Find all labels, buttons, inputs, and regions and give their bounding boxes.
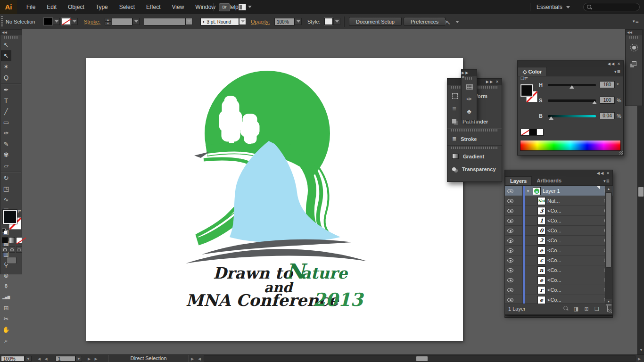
pen-tool[interactable]: ✒ [1, 84, 11, 95]
visibility-eye-icon[interactable] [505, 196, 516, 206]
visibility-eye-icon[interactable] [505, 226, 516, 236]
visibility-eye-icon[interactable] [505, 186, 516, 196]
menu-window[interactable]: Window [190, 0, 221, 14]
scale-tool[interactable]: ◳ [1, 183, 11, 194]
fill-proxy-swatch[interactable] [3, 210, 17, 224]
draw-inside-button[interactable] [16, 247, 22, 253]
layer-row[interactable]: ▼Layer 1 [505, 186, 612, 196]
scroll-down-icon[interactable]: ▼ [639, 348, 643, 352]
layers-panel-titlebar[interactable]: ◀◀ ✕ [505, 170, 612, 177]
hue-slider[interactable]: H 180 ° [545, 82, 620, 88]
column-graph-tool[interactable]: ▂▅▇ [1, 292, 11, 303]
layer-thumbnail[interactable]: 1 [537, 217, 545, 225]
stroke-panel-link[interactable]: Stroke: [84, 19, 100, 25]
slice-tool[interactable]: ✂ [1, 313, 11, 324]
lock-toggle-cell[interactable] [516, 285, 523, 295]
layer-name[interactable]: <Co... [547, 277, 600, 283]
appearance-panel-icon[interactable] [626, 56, 642, 72]
new-layer-icon[interactable]: ❏ [592, 306, 602, 312]
arrange-documents-button[interactable] [239, 4, 253, 11]
visibility-eye-icon[interactable] [505, 295, 516, 305]
layer-name[interactable]: <Co... [547, 208, 600, 214]
next-artboard-icon[interactable]: ▶ ▶ [88, 357, 99, 361]
gradient-button[interactable] [9, 237, 15, 243]
layer-name[interactable]: <Co... [547, 228, 600, 233]
visibility-eye-icon[interactable] [505, 206, 516, 216]
stroke-weight-stepper[interactable]: ▲▼ [105, 18, 111, 25]
color-spectrum[interactable] [520, 140, 621, 151]
lock-toggle-cell[interactable] [516, 236, 523, 246]
symbols-panel-icon[interactable]: ♣ [462, 105, 477, 117]
status-expand-icon[interactable]: ▶ [191, 357, 195, 361]
stroke-weight-field[interactable] [112, 18, 132, 25]
visibility-eye-icon[interactable] [505, 246, 516, 255]
layer-name[interactable]: <Co... [547, 218, 600, 223]
hscrollbar-thumb[interactable] [416, 356, 428, 361]
bridge-button[interactable]: Br [219, 3, 230, 11]
saturation-value[interactable]: 100 [600, 97, 615, 104]
toolbar-grip[interactable] [4, 36, 18, 39]
opacity-dropdown[interactable] [295, 18, 302, 25]
layer-name[interactable]: Layer 1 [543, 188, 600, 194]
type-tool[interactable]: T [1, 95, 11, 106]
panel-collapse-close-icons[interactable]: ◀◀ ✕ [597, 171, 611, 175]
stroke-weight-dropdown[interactable] [132, 18, 140, 25]
brushes-panel-icon[interactable]: ✑ [462, 93, 477, 105]
mini-fill-stroke-swap-icon[interactable]: ❏⇄ [520, 76, 528, 81]
opacity-panel-link[interactable]: Opacity: [251, 19, 270, 25]
strip-titlebar[interactable]: ▶▶ ✕ [462, 70, 477, 76]
menu-edit[interactable]: Edit [41, 0, 62, 14]
layer-thumbnail[interactable]: e [537, 296, 545, 304]
width-tool[interactable]: ∿ [1, 194, 11, 205]
symbol-sprayer-tool[interactable]: ⚱ [1, 281, 11, 292]
artboard-canvas[interactable]: Drawn to N ature and MNA Conference 2013 [86, 58, 463, 341]
lock-toggle-cell[interactable] [516, 265, 523, 275]
brush-definition-dropdown[interactable] [239, 18, 246, 25]
paintbrush-tool[interactable]: ✑ [1, 128, 11, 139]
brightness-track[interactable] [548, 115, 596, 117]
layer-row[interactable]: NatNat... [505, 196, 612, 206]
layers-panel-menu[interactable]: ▾≣ [603, 179, 610, 183]
layer-thumbnail[interactable]: r [537, 286, 545, 294]
visibility-eye-icon[interactable] [505, 255, 516, 265]
menu-select[interactable]: Select [114, 0, 140, 14]
layer-row[interactable]: 1<Co... [505, 216, 612, 226]
selection-tool[interactable]: ↖ [1, 40, 11, 50]
locate-object-icon[interactable] [561, 305, 571, 312]
layer-name[interactable]: Nat... [547, 198, 600, 204]
layer-thumbnail[interactable]: e [537, 276, 545, 284]
fill-color-dropdown[interactable] [53, 18, 60, 25]
panel-grip[interactable] [451, 147, 498, 149]
color-panel-titlebar[interactable]: ◀◀ ✕ [518, 61, 623, 67]
artboard-dropdown[interactable]: ▼ [75, 356, 82, 362]
layer-row[interactable]: e<Co... [505, 295, 612, 304]
lock-toggle-cell[interactable] [516, 186, 523, 196]
visibility-eye-icon[interactable] [505, 275, 516, 285]
layer-name[interactable]: <Co... [547, 238, 600, 243]
rectangle-tool[interactable]: ▭ [1, 117, 11, 128]
color-fill-swatch[interactable] [520, 84, 533, 97]
lock-toggle-cell[interactable] [516, 216, 523, 226]
opacity-field[interactable]: 100% [274, 18, 295, 25]
controlbar-panel-menu[interactable]: ▾≣ [633, 19, 639, 24]
dock-grip[interactable] [504, 315, 613, 318]
black-swatch[interactable] [529, 129, 537, 136]
layer-row[interactable]: n<Co... [505, 265, 612, 275]
layer-row[interactable]: 0<Co... [505, 226, 612, 236]
pencil-tool[interactable]: ✎ [1, 139, 11, 149]
chevron-down-icon[interactable] [455, 21, 459, 23]
scroll-up-icon[interactable]: ▲ [605, 186, 612, 192]
disclosure-triangle-icon[interactable]: ▼ [525, 189, 531, 193]
layer-name[interactable]: <Co... [547, 247, 600, 253]
panel-collapse-close-icons[interactable]: ▶▶ ✕ [462, 71, 475, 79]
layer-thumbnail[interactable]: Nat [537, 197, 545, 205]
panel-grip[interactable] [451, 129, 498, 132]
blend-tool[interactable]: ⊚ [1, 270, 11, 281]
artboard-number-field[interactable]: 1 [56, 356, 75, 362]
brightness-slider[interactable]: B 0.04 % [545, 113, 620, 119]
preferences-button[interactable]: Preferences [404, 17, 446, 26]
layer-name[interactable]: <Co... [547, 257, 600, 263]
menu-type[interactable]: Type [90, 0, 114, 14]
blob-brush-tool[interactable]: ✾ [1, 149, 11, 160]
clipping-mask-icon[interactable]: ◨ [571, 306, 581, 312]
